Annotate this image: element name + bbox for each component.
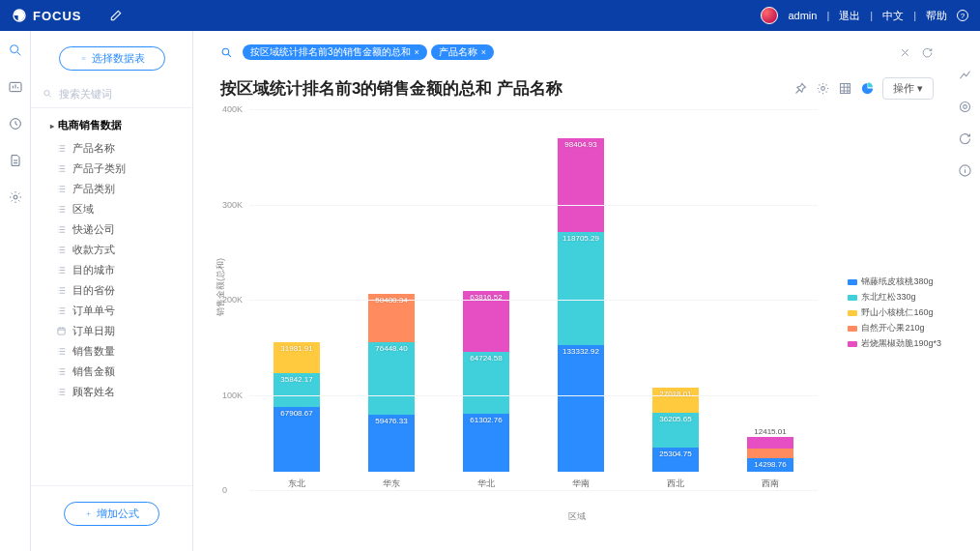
svg-point-1: [10, 45, 17, 53]
field-item[interactable]: 产品子类别: [31, 159, 192, 179]
edit-icon[interactable]: [109, 9, 123, 22]
operations-button[interactable]: 操作▾: [882, 77, 934, 100]
bar-segment[interactable]: 14298.76: [747, 458, 793, 472]
bar-stack[interactable]: 67908.6735842.1731981.91: [274, 342, 320, 472]
query-pill-2[interactable]: 产品名称×: [431, 44, 494, 60]
field-item[interactable]: 目的省份: [31, 280, 192, 301]
y-tick: 200K: [222, 295, 243, 304]
legend-item[interactable]: 自然开心果210g: [848, 322, 941, 334]
text-column-icon: [56, 265, 67, 276]
rail-data-icon[interactable]: [8, 153, 23, 168]
bar-segment[interactable]: 35842.17: [274, 373, 320, 407]
bar-stack[interactable]: 61302.7664724.5863816.52: [463, 291, 509, 472]
svg-point-4: [14, 195, 17, 199]
svg-point-7: [222, 48, 229, 55]
username[interactable]: admin: [788, 10, 817, 21]
info-icon[interactable]: [958, 163, 972, 178]
calendar-icon: [56, 326, 67, 336]
bar-value-label: 25304.75: [652, 450, 699, 458]
avatar[interactable]: [761, 7, 778, 24]
bar-segment[interactable]: 61302.76: [463, 414, 509, 472]
clear-icon[interactable]: [899, 46, 911, 59]
line-chart-icon[interactable]: [958, 68, 972, 82]
text-column-icon: [56, 305, 67, 316]
add-formula-button[interactable]: 增加公式: [64, 502, 159, 526]
legend-item[interactable]: 锦藤纸皮核桃380g: [848, 276, 941, 288]
bar-value-label: 61302.76: [463, 416, 509, 424]
legend-item[interactable]: 岩烧黑椒劲脆190g*3: [848, 337, 941, 350]
chart-title: 按区域统计排名前3的销售金额的总和 产品名称: [220, 77, 562, 100]
lang-switch[interactable]: 中文: [882, 9, 904, 23]
text-column-icon: [56, 163, 67, 174]
svg-point-10: [964, 105, 967, 109]
y-axis-title: 销售金额(总和): [215, 258, 227, 316]
select-datasource-button[interactable]: 选择数据表: [59, 46, 165, 71]
bar-segment[interactable]: 59476.33: [368, 415, 415, 472]
query-pill-1[interactable]: 按区域统计排名前3的销售金额的总和×: [243, 44, 427, 60]
table-icon[interactable]: [838, 81, 852, 96]
bar-segment[interactable]: 31981.91: [274, 342, 320, 373]
bar-segment[interactable]: 76448.40: [368, 342, 415, 415]
field-item[interactable]: 快递公司: [31, 219, 192, 240]
bar-segment[interactable]: 9749.46: [747, 449, 793, 458]
field-search-input[interactable]: [59, 88, 181, 100]
y-tick: 300K: [222, 200, 243, 210]
bar-stack[interactable]: 133332.92118705.2998404.93: [558, 138, 604, 472]
field-item[interactable]: 产品名称: [31, 138, 192, 159]
bar-segment[interactable]: 67908.67: [274, 407, 320, 472]
field-item[interactable]: 销售数量: [31, 341, 192, 362]
legend-item[interactable]: 东北红松330g: [848, 291, 941, 304]
logout-link[interactable]: 退出: [839, 9, 860, 23]
field-item[interactable]: 产品类别: [31, 179, 192, 199]
rail-settings-icon[interactable]: [8, 189, 23, 205]
text-column-icon: [56, 184, 67, 194]
y-tick: 0: [222, 485, 227, 495]
text-column-icon: [56, 204, 67, 215]
help-icon[interactable]: ?: [957, 10, 968, 21]
pin-icon[interactable]: [793, 81, 808, 96]
dataset-title[interactable]: 电商销售数据: [31, 108, 192, 138]
query-search-icon[interactable]: [220, 46, 233, 59]
field-item[interactable]: 订单单号: [31, 301, 192, 321]
x-tick: 华南: [572, 478, 590, 490]
field-item[interactable]: 目的城市: [31, 260, 192, 280]
close-icon[interactable]: ×: [415, 47, 419, 57]
field-item[interactable]: 销售金额: [31, 362, 192, 382]
legend-swatch: [848, 279, 857, 285]
bar-value-label: 98404.93: [558, 140, 604, 149]
svg-rect-6: [58, 328, 65, 334]
close-icon[interactable]: ×: [481, 47, 486, 57]
rail-history-icon[interactable]: [8, 116, 23, 131]
field-item[interactable]: 顾客姓名: [31, 382, 192, 402]
bar-segment[interactable]: 12415.01: [747, 437, 793, 449]
bar-segment[interactable]: 118705.29: [558, 232, 604, 345]
bar-value-label: 67908.67: [274, 409, 320, 418]
bar-stack[interactable]: 14298.769749.4612415.01: [747, 437, 793, 472]
gear-icon[interactable]: [816, 81, 830, 96]
legend-item[interactable]: 野山小核桃仁160g: [848, 306, 941, 319]
bar-segment[interactable]: 36205.65: [652, 413, 699, 448]
chart-type-icon[interactable]: [860, 81, 875, 96]
rail-dashboard-icon[interactable]: [8, 79, 23, 95]
help-link[interactable]: 帮助: [926, 9, 947, 23]
bar-stack[interactable]: 25304.7536205.6527018.01: [652, 388, 699, 472]
x-tick: 华东: [383, 478, 400, 490]
bar-segment[interactable]: 25304.75: [652, 448, 699, 472]
bar-segment[interactable]: 133332.92: [558, 345, 604, 472]
x-axis-title: 区域: [568, 510, 586, 523]
legend-swatch: [848, 295, 857, 301]
reload-icon[interactable]: [958, 131, 972, 146]
field-item[interactable]: 订单日期: [31, 321, 192, 341]
bar-stack[interactable]: 59476.3376448.4050480.34: [368, 294, 415, 472]
field-item[interactable]: 区域: [31, 199, 192, 219]
refresh-icon[interactable]: [921, 46, 934, 59]
svg-point-5: [44, 90, 49, 95]
field-item[interactable]: 收款方式: [31, 240, 192, 260]
bar-value-label: 76448.40: [368, 344, 415, 353]
config-icon[interactable]: [958, 100, 972, 114]
bar-segment[interactable]: 64724.58: [463, 352, 509, 414]
rail-search-icon[interactable]: [8, 43, 23, 58]
bar-segment[interactable]: 27018.01: [652, 388, 699, 414]
bar-segment[interactable]: 98404.93: [558, 138, 604, 232]
bar-segment[interactable]: 50480.34: [368, 294, 415, 342]
